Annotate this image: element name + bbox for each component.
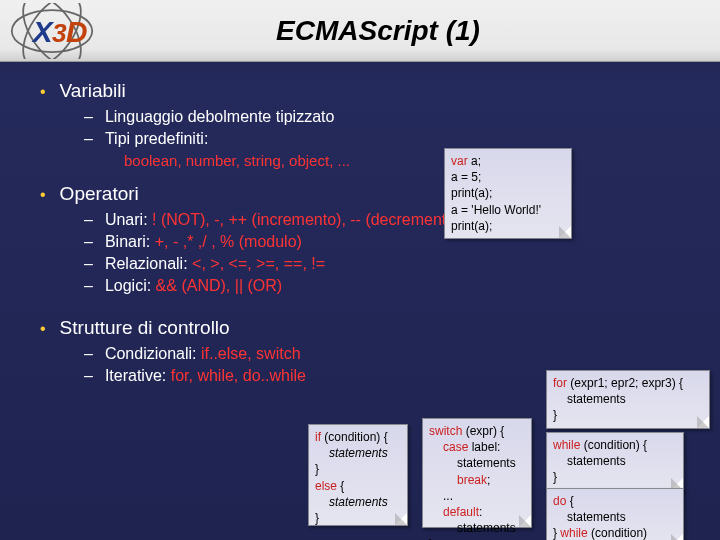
bullet-heading: • Operatori bbox=[40, 183, 680, 205]
sub-text: Iterative: for, while, do..while bbox=[105, 367, 306, 385]
sub-text: Linguaggio debolmente tipizzato bbox=[105, 108, 335, 126]
header: X 3 D ECMAScript (1) bbox=[0, 0, 720, 62]
heading-text: Operatori bbox=[60, 183, 139, 205]
sub-item: – Relazionali: <, >, <=, >=, ==, != bbox=[84, 255, 680, 273]
heading-text: Strutture di controllo bbox=[60, 317, 230, 339]
bullet-icon: • bbox=[40, 320, 46, 338]
section-operatori: • Operatori – Unari: ! (NOT), -, ++ (inc… bbox=[40, 183, 680, 295]
sub-item: – Condizionali: if..else, switch bbox=[84, 345, 680, 363]
sub-text: Binari: +, - ,* ,/ , % (modulo) bbox=[105, 233, 302, 251]
dash-icon: – bbox=[84, 108, 93, 126]
slide-title: ECMAScript (1) bbox=[96, 15, 720, 47]
bullet-icon: • bbox=[40, 186, 46, 204]
page-fold-icon bbox=[559, 226, 571, 238]
sub-text: Unari: ! (NOT), -, ++ (incremento), -- (… bbox=[105, 211, 461, 229]
dash-icon: – bbox=[84, 233, 93, 251]
bullet-icon: • bbox=[40, 83, 46, 101]
code-box-switch: switch (expr) { case label: statements b… bbox=[422, 418, 532, 528]
sub-item: – Linguaggio debolmente tipizzato bbox=[84, 108, 680, 126]
heading-text: Variabili bbox=[60, 80, 126, 102]
page-fold-icon bbox=[671, 534, 683, 540]
section-variabili: • Variabili – Linguaggio debolmente tipi… bbox=[40, 80, 680, 169]
code-box-if: if (condition) { statements } else { sta… bbox=[308, 424, 408, 526]
code-box-dowhile: do { statements } while (condition) bbox=[546, 488, 684, 540]
sub-item: – Tipi predefiniti: bbox=[84, 130, 680, 148]
sub-item: – Logici: && (AND), || (OR) bbox=[84, 277, 680, 295]
dash-icon: – bbox=[84, 255, 93, 273]
page-fold-icon bbox=[395, 513, 407, 525]
bullet-heading: • Variabili bbox=[40, 80, 680, 102]
type-list: boolean, number, string, object, ... bbox=[124, 152, 680, 169]
dash-icon: – bbox=[84, 130, 93, 148]
dash-icon: – bbox=[84, 367, 93, 385]
x3d-logo: X 3 D bbox=[8, 3, 96, 59]
sub-text: Logici: && (AND), || (OR) bbox=[105, 277, 282, 295]
code-box-for: for (expr1; epr2; expr3) { statements } bbox=[546, 370, 710, 429]
dash-icon: – bbox=[84, 277, 93, 295]
slide-content: • Variabili – Linguaggio debolmente tipi… bbox=[0, 62, 720, 409]
svg-text:D: D bbox=[66, 14, 88, 47]
sub-item: – Binari: +, - ,* ,/ , % (modulo) bbox=[84, 233, 680, 251]
dash-icon: – bbox=[84, 211, 93, 229]
sub-item: – Unari: ! (NOT), -, ++ (incremento), --… bbox=[84, 211, 680, 229]
page-fold-icon bbox=[697, 416, 709, 428]
sub-text: Condizionali: if..else, switch bbox=[105, 345, 301, 363]
code-box-while: while (condition) { statements } bbox=[546, 432, 684, 491]
dash-icon: – bbox=[84, 345, 93, 363]
bullet-heading: • Strutture di controllo bbox=[40, 317, 680, 339]
sub-text: Relazionali: <, >, <=, >=, ==, != bbox=[105, 255, 325, 273]
svg-text:3: 3 bbox=[52, 17, 67, 47]
sub-text: Tipi predefiniti: bbox=[105, 130, 208, 148]
code-box-var: var a; a = 5; print(a); a = 'Hello World… bbox=[444, 148, 572, 239]
page-fold-icon bbox=[519, 515, 531, 527]
